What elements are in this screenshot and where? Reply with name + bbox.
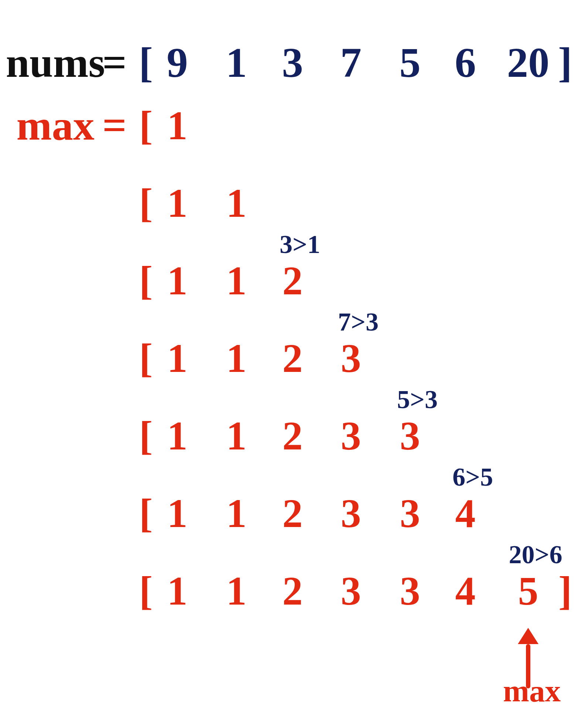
row-6-val-2: 2 <box>283 568 303 615</box>
row-5-val-1: 1 <box>226 490 247 537</box>
row-6-val-6: 5 <box>518 568 539 615</box>
nums-value-6: 20 <box>507 38 550 87</box>
row-5-val-2: 2 <box>283 490 303 537</box>
nums-value-4: 5 <box>399 38 421 87</box>
nums-label: nums <box>6 38 105 87</box>
max-equals: = <box>102 101 127 150</box>
row-3-val-2: 2 <box>283 335 303 382</box>
row-2-open-bracket: [ <box>139 257 153 304</box>
row-4-val-4: 3 <box>400 413 420 459</box>
row-2-note: 3>1 <box>280 230 320 259</box>
row-5-open-bracket: [ <box>139 490 153 537</box>
row-6-note: 20>6 <box>509 540 563 569</box>
row-3-val-3: 3 <box>341 335 361 382</box>
final-max-label: max <box>503 673 561 709</box>
nums-value-5: 6 <box>455 38 476 87</box>
row-0-open-bracket: [ <box>139 102 153 149</box>
row-3-val-1: 1 <box>226 335 247 382</box>
nums-close-bracket: ] <box>558 38 572 87</box>
row-6-val-5: 4 <box>455 568 476 615</box>
row-5-val-3: 3 <box>341 490 361 537</box>
nums-value-3: 7 <box>340 38 362 87</box>
row-6-val-3: 3 <box>341 568 361 615</box>
row-5-val-4: 3 <box>400 490 420 537</box>
row-2-val-1: 1 <box>226 257 247 304</box>
row-6-open-bracket: [ <box>139 568 153 615</box>
nums-value-1: 1 <box>226 38 247 87</box>
row-2-val-0: 1 <box>167 257 188 304</box>
row-5-val-5: 4 <box>455 490 476 537</box>
row-5-val-0: 1 <box>167 490 188 537</box>
row-3-note: 7>3 <box>338 307 379 337</box>
max-label: max <box>17 101 95 150</box>
nums-open-bracket: [ <box>139 38 153 87</box>
row-1-val-1: 1 <box>226 180 247 227</box>
row-4-val-2: 2 <box>283 413 303 459</box>
row-6-val-0: 1 <box>167 568 188 615</box>
row-4-val-0: 1 <box>167 413 188 459</box>
nums-value-0: 9 <box>167 38 188 87</box>
row-6-val-4: 3 <box>400 568 420 615</box>
row-4-val-1: 1 <box>226 413 247 459</box>
row-6-close-bracket: ] <box>558 568 572 615</box>
row-2-val-2: 2 <box>283 257 303 304</box>
row-4-note: 5>3 <box>397 385 438 414</box>
row-3-val-0: 1 <box>167 335 188 382</box>
row-1-open-bracket: [ <box>139 180 153 227</box>
row-1-val-0: 1 <box>167 180 188 227</box>
row-4-open-bracket: [ <box>139 413 153 459</box>
row-3-open-bracket: [ <box>139 335 153 382</box>
nums-equals: = <box>102 38 127 87</box>
nums-value-2: 3 <box>282 38 303 87</box>
row-0-val-0: 1 <box>167 102 188 149</box>
row-6-val-1: 1 <box>226 568 247 615</box>
row-4-val-3: 3 <box>341 413 361 459</box>
row-5-note: 6>5 <box>452 462 493 492</box>
